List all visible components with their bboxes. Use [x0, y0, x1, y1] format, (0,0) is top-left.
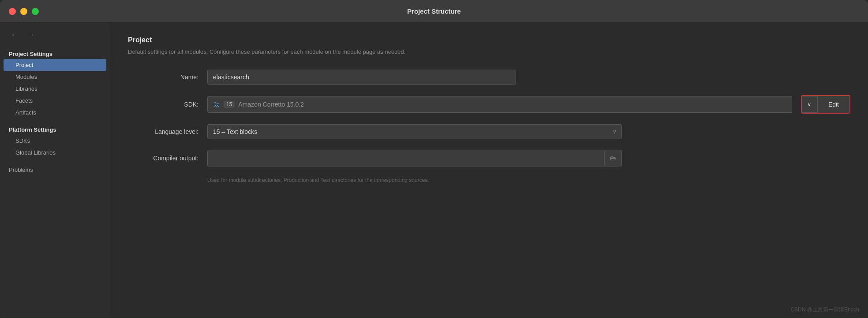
sidebar-item-project[interactable]: Project — [4, 59, 106, 71]
sidebar-item-modules[interactable]: Modules — [0, 71, 110, 83]
compiler-output-input[interactable] — [207, 150, 605, 166]
minimize-button[interactable] — [20, 8, 27, 15]
content-title: Project — [128, 36, 850, 44]
compiler-output-form-row: Compiler output: 🗁 Used for module subdi… — [128, 150, 850, 183]
folder-icon: 🗁 — [610, 155, 616, 162]
sidebar-item-problems[interactable]: Problems — [0, 163, 110, 177]
sidebar: ← → Project Settings Project Modules Lib… — [0, 23, 110, 318]
sidebar-item-libraries[interactable]: Libraries — [0, 83, 110, 95]
sdk-action-group: ∨ Edit — [801, 95, 850, 114]
content-area: Project Default settings for all modules… — [110, 23, 868, 318]
compiler-output-row-inner: Compiler output: 🗁 — [128, 150, 850, 166]
sdk-dropdown-button[interactable]: ∨ — [802, 96, 817, 113]
chevron-down-icon: ∨ — [807, 101, 812, 107]
app-window: Project Structure ← → Project Settings P… — [0, 0, 868, 318]
sdk-label: SDK: — [128, 101, 198, 108]
platform-settings-heading: Platform Settings — [0, 123, 110, 135]
sdk-edit-button[interactable]: Edit — [817, 96, 849, 113]
language-level-label: Language level: — [128, 128, 198, 135]
sdk-field: 🗂 15 Amazon Corretto 15.0.2 — [207, 96, 792, 113]
sidebar-item-sdks[interactable]: SDKs — [0, 135, 110, 147]
sdk-folder-icon: 🗂 — [213, 100, 220, 108]
sidebar-item-facets[interactable]: Facets — [0, 95, 110, 107]
name-form-row: Name: — [128, 70, 850, 85]
nav-controls: ← → — [0, 30, 110, 47]
main-layout: ← → Project Settings Project Modules Lib… — [0, 23, 868, 318]
language-level-select[interactable]: 15 – Text blocks — [207, 124, 622, 139]
compiler-field-group: 🗁 — [207, 150, 622, 166]
sidebar-item-artifacts[interactable]: Artifacts — [0, 107, 110, 118]
sidebar-item-global-libraries[interactable]: Global Libraries — [0, 147, 110, 159]
nav-back-button[interactable]: ← — [9, 30, 20, 41]
maximize-button[interactable] — [32, 8, 39, 15]
content-description: Default settings for all modules. Config… — [128, 48, 850, 56]
sidebar-item-project-label: Project — [15, 62, 33, 68]
sidebar-item-modules-label: Modules — [15, 74, 37, 80]
compiler-browse-button[interactable]: 🗁 — [605, 150, 622, 166]
window-title: Project Structure — [407, 7, 461, 15]
title-bar: Project Structure — [0, 0, 868, 23]
project-settings-heading: Project Settings — [0, 47, 110, 59]
nav-forward-button[interactable]: → — [25, 30, 36, 41]
name-label: Name: — [128, 74, 198, 81]
sdk-badge: 15 — [224, 101, 235, 108]
sidebar-item-libraries-label: Libraries — [15, 85, 37, 92]
sidebar-item-artifacts-label: Artifacts — [15, 109, 36, 116]
close-button[interactable] — [9, 8, 16, 15]
language-level-select-wrapper: 15 – Text blocks ∨ — [207, 124, 622, 139]
window-controls — [9, 8, 39, 15]
name-input[interactable] — [207, 70, 516, 85]
sdk-form-row: SDK: 🗂 15 Amazon Corretto 15.0.2 ∨ Edit — [128, 95, 850, 114]
sidebar-item-problems-label: Problems — [9, 166, 33, 173]
compiler-output-label: Compiler output: — [128, 155, 198, 162]
sidebar-item-facets-label: Facets — [15, 97, 33, 104]
watermark: CSDN @上海第一深情Enoch — [790, 306, 859, 314]
compiler-hint: Used for module subdirectories, Producti… — [207, 177, 429, 183]
sidebar-item-global-libraries-label: Global Libraries — [15, 149, 56, 156]
language-level-form-row: Language level: 15 – Text blocks ∨ — [128, 124, 850, 139]
sdk-value: Amazon Corretto 15.0.2 — [238, 101, 304, 108]
sidebar-item-sdks-label: SDKs — [15, 137, 30, 144]
